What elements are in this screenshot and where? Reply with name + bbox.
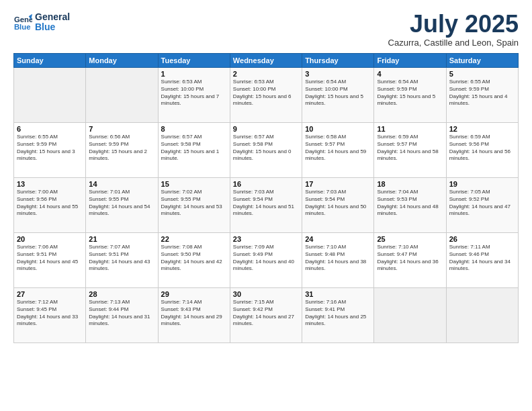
day-number: 9	[233, 125, 299, 133]
svg-text:Blue: Blue	[14, 23, 31, 31]
day-info: Sunrise: 7:09 AM Sunset: 9:49 PM Dayligh…	[233, 244, 299, 273]
day-number: 12	[449, 125, 515, 133]
day-number: 29	[161, 290, 227, 298]
day-cell	[446, 288, 518, 343]
day-number: 22	[161, 235, 227, 243]
day-number: 24	[305, 235, 371, 243]
logo-blue: Blue	[35, 22, 70, 32]
day-cell: 13Sunrise: 7:00 AM Sunset: 9:56 PM Dayli…	[14, 178, 86, 233]
day-number: 28	[89, 290, 154, 298]
logo-text: General Blue	[35, 12, 70, 33]
day-number: 2	[233, 70, 299, 78]
day-cell: 19Sunrise: 7:05 AM Sunset: 9:52 PM Dayli…	[446, 178, 518, 233]
day-info: Sunrise: 7:14 AM Sunset: 9:43 PM Dayligh…	[161, 299, 227, 328]
day-info: Sunrise: 6:54 AM Sunset: 9:59 PM Dayligh…	[377, 79, 443, 107]
day-cell: 11Sunrise: 6:59 AM Sunset: 9:57 PM Dayli…	[374, 123, 446, 178]
day-number: 13	[17, 180, 83, 188]
week-row-1: 1Sunrise: 6:53 AM Sunset: 10:00 PM Dayli…	[14, 68, 519, 123]
day-cell: 12Sunrise: 6:59 AM Sunset: 9:56 PM Dayli…	[446, 123, 518, 178]
day-info: Sunrise: 7:10 AM Sunset: 9:47 PM Dayligh…	[377, 244, 443, 273]
day-cell: 21Sunrise: 7:07 AM Sunset: 9:51 PM Dayli…	[86, 233, 158, 288]
day-number: 4	[377, 70, 443, 78]
day-cell: 29Sunrise: 7:14 AM Sunset: 9:43 PM Dayli…	[158, 288, 230, 343]
day-cell: 16Sunrise: 7:03 AM Sunset: 9:54 PM Dayli…	[230, 178, 302, 233]
day-info: Sunrise: 6:57 AM Sunset: 9:58 PM Dayligh…	[233, 134, 299, 163]
day-cell: 5Sunrise: 6:55 AM Sunset: 9:59 PM Daylig…	[446, 68, 518, 123]
day-info: Sunrise: 7:03 AM Sunset: 9:54 PM Dayligh…	[305, 189, 371, 218]
day-info: Sunrise: 7:08 AM Sunset: 9:50 PM Dayligh…	[161, 244, 227, 273]
col-header-friday: Friday	[374, 54, 446, 68]
day-cell: 4Sunrise: 6:54 AM Sunset: 9:59 PM Daylig…	[374, 68, 446, 123]
day-number: 8	[161, 125, 227, 133]
day-cell: 17Sunrise: 7:03 AM Sunset: 9:54 PM Dayli…	[302, 178, 374, 233]
day-info: Sunrise: 7:02 AM Sunset: 9:55 PM Dayligh…	[161, 189, 227, 218]
day-info: Sunrise: 7:15 AM Sunset: 9:42 PM Dayligh…	[233, 299, 299, 328]
day-cell: 23Sunrise: 7:09 AM Sunset: 9:49 PM Dayli…	[230, 233, 302, 288]
day-number: 5	[449, 70, 515, 78]
calendar-table: SundayMondayTuesdayWednesdayThursdayFrid…	[13, 53, 519, 343]
day-info: Sunrise: 7:04 AM Sunset: 9:53 PM Dayligh…	[377, 189, 443, 218]
day-info: Sunrise: 7:10 AM Sunset: 9:48 PM Dayligh…	[305, 244, 371, 273]
day-cell: 3Sunrise: 6:54 AM Sunset: 10:00 PM Dayli…	[302, 68, 374, 123]
col-header-saturday: Saturday	[446, 54, 518, 68]
col-header-sunday: Sunday	[14, 54, 86, 68]
day-info: Sunrise: 7:07 AM Sunset: 9:51 PM Dayligh…	[89, 244, 154, 273]
day-info: Sunrise: 6:54 AM Sunset: 10:00 PM Daylig…	[305, 79, 371, 107]
day-number: 17	[305, 180, 371, 188]
day-cell: 30Sunrise: 7:15 AM Sunset: 9:42 PM Dayli…	[230, 288, 302, 343]
logo-general: General	[35, 12, 70, 22]
day-cell: 18Sunrise: 7:04 AM Sunset: 9:53 PM Dayli…	[374, 178, 446, 233]
week-row-3: 13Sunrise: 7:00 AM Sunset: 9:56 PM Dayli…	[14, 178, 519, 233]
day-info: Sunrise: 7:13 AM Sunset: 9:44 PM Dayligh…	[89, 299, 154, 328]
day-info: Sunrise: 7:11 AM Sunset: 9:46 PM Dayligh…	[449, 244, 515, 273]
day-cell: 7Sunrise: 6:56 AM Sunset: 9:59 PM Daylig…	[86, 123, 158, 178]
title-block: July 2025 Cazurra, Castille and Leon, Sp…	[388, 12, 519, 48]
day-number: 27	[17, 290, 83, 298]
day-cell: 1Sunrise: 6:53 AM Sunset: 10:00 PM Dayli…	[158, 68, 230, 123]
day-number: 31	[305, 290, 371, 298]
col-header-tuesday: Tuesday	[158, 54, 230, 68]
week-row-2: 6Sunrise: 6:55 AM Sunset: 9:59 PM Daylig…	[14, 123, 519, 178]
day-number: 19	[449, 180, 515, 188]
day-info: Sunrise: 6:56 AM Sunset: 9:59 PM Dayligh…	[89, 134, 154, 163]
logo-icon: General Blue	[13, 13, 32, 32]
day-number: 14	[89, 180, 154, 188]
day-number: 21	[89, 235, 154, 243]
day-cell: 8Sunrise: 6:57 AM Sunset: 9:58 PM Daylig…	[158, 123, 230, 178]
col-header-thursday: Thursday	[302, 54, 374, 68]
day-cell: 20Sunrise: 7:06 AM Sunset: 9:51 PM Dayli…	[14, 233, 86, 288]
day-cell: 14Sunrise: 7:01 AM Sunset: 9:55 PM Dayli…	[86, 178, 158, 233]
day-cell: 6Sunrise: 6:55 AM Sunset: 9:59 PM Daylig…	[14, 123, 86, 178]
day-number: 25	[377, 235, 443, 243]
day-number: 26	[449, 235, 515, 243]
day-info: Sunrise: 6:55 AM Sunset: 9:59 PM Dayligh…	[449, 79, 515, 107]
header-row: SundayMondayTuesdayWednesdayThursdayFrid…	[14, 54, 519, 68]
day-cell: 9Sunrise: 6:57 AM Sunset: 9:58 PM Daylig…	[230, 123, 302, 178]
header: General Blue General Blue July 2025 Cazu…	[13, 12, 519, 48]
day-info: Sunrise: 7:06 AM Sunset: 9:51 PM Dayligh…	[17, 244, 83, 273]
day-info: Sunrise: 7:16 AM Sunset: 9:41 PM Dayligh…	[305, 299, 371, 328]
day-info: Sunrise: 6:59 AM Sunset: 9:56 PM Dayligh…	[449, 134, 515, 163]
day-cell: 27Sunrise: 7:12 AM Sunset: 9:45 PM Dayli…	[14, 288, 86, 343]
day-number: 20	[17, 235, 83, 243]
day-cell: 31Sunrise: 7:16 AM Sunset: 9:41 PM Dayli…	[302, 288, 374, 343]
day-number: 23	[233, 235, 299, 243]
day-cell: 25Sunrise: 7:10 AM Sunset: 9:47 PM Dayli…	[374, 233, 446, 288]
day-cell: 15Sunrise: 7:02 AM Sunset: 9:55 PM Dayli…	[158, 178, 230, 233]
day-info: Sunrise: 6:53 AM Sunset: 10:00 PM Daylig…	[233, 79, 299, 107]
day-info: Sunrise: 6:58 AM Sunset: 9:57 PM Dayligh…	[305, 134, 371, 163]
day-number: 10	[305, 125, 371, 133]
day-cell: 28Sunrise: 7:13 AM Sunset: 9:44 PM Dayli…	[86, 288, 158, 343]
day-number: 30	[233, 290, 299, 298]
day-cell	[374, 288, 446, 343]
day-number: 3	[305, 70, 371, 78]
day-info: Sunrise: 7:05 AM Sunset: 9:52 PM Dayligh…	[449, 189, 515, 218]
day-cell	[86, 68, 158, 123]
day-cell: 22Sunrise: 7:08 AM Sunset: 9:50 PM Dayli…	[158, 233, 230, 288]
col-header-wednesday: Wednesday	[230, 54, 302, 68]
week-row-5: 27Sunrise: 7:12 AM Sunset: 9:45 PM Dayli…	[14, 288, 519, 343]
month-title: July 2025	[388, 12, 519, 36]
day-cell	[14, 68, 86, 123]
location-subtitle: Cazurra, Castille and Leon, Spain	[388, 38, 519, 48]
day-info: Sunrise: 7:01 AM Sunset: 9:55 PM Dayligh…	[89, 189, 154, 218]
